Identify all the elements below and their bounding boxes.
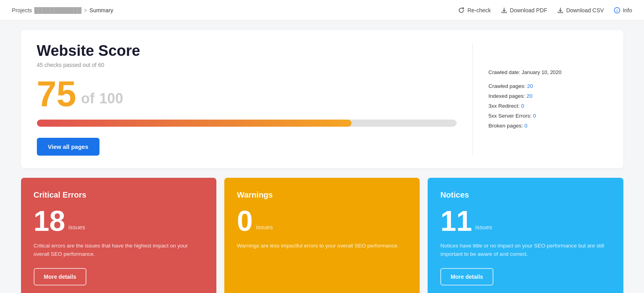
view-all-pages-button[interactable]: View all pages: [37, 138, 99, 156]
warnings-count-row: 0 issues: [237, 207, 407, 235]
score-value: 75: [37, 76, 76, 112]
svg-text:i: i: [616, 9, 617, 13]
crawl-date-value: January 10, 2020: [522, 69, 561, 75]
broken-pages-label: Broken pages:: [489, 123, 525, 129]
critical-errors-count: 18: [34, 207, 65, 235]
score-subtitle: 45 checks passed out of 60: [37, 62, 457, 68]
download-pdf-icon: [501, 7, 508, 14]
main-content: Website Score 45 checks passed out of 60…: [9, 21, 635, 293]
score-of-label: of: [81, 90, 95, 112]
notices-more-details-button[interactable]: More details: [440, 268, 493, 285]
notices-count: 11: [440, 207, 472, 235]
warnings-description: Warnings are less impactful errors to yo…: [237, 242, 407, 285]
indexed-pages-label: Indexed pages:: [489, 93, 527, 99]
warnings-card: Warnings 0 issues Warnings are less impa…: [224, 178, 420, 293]
crawled-pages-value: 20: [527, 83, 533, 89]
recheck-action[interactable]: Re-check: [458, 7, 491, 14]
notices-description: Notices have little or no impact on your…: [440, 242, 610, 259]
download-pdf-label: Download PDF: [510, 7, 547, 13]
score-number-area: 75 of 100: [37, 76, 457, 112]
download-csv-action[interactable]: Download CSV: [557, 7, 604, 14]
server-errors-label: 5xx Server Errors:: [489, 113, 533, 119]
breadcrumb: Projects ████████████ > Summary: [12, 7, 113, 13]
server-errors-stat: 5xx Server Errors: 0: [489, 113, 608, 119]
crawl-date: Crawled date: January 10, 2020: [489, 69, 608, 75]
critical-errors-title: Critical Errors: [34, 190, 204, 200]
critical-errors-card: Critical Errors 18 issues Critical error…: [21, 178, 216, 293]
warnings-count: 0: [237, 207, 253, 235]
progress-bar-container: [37, 120, 457, 127]
crawled-pages-label: Crawled pages:: [489, 83, 527, 89]
download-csv-label: Download CSV: [566, 7, 604, 13]
score-divider: [472, 43, 473, 156]
breadcrumb-separator: >: [84, 7, 87, 13]
download-pdf-action[interactable]: Download PDF: [501, 7, 547, 14]
recheck-icon: [458, 7, 465, 14]
critical-errors-count-label: issues: [69, 224, 86, 235]
notices-title: Notices: [440, 190, 610, 200]
score-title: Website Score: [37, 43, 457, 59]
recheck-label: Re-check: [467, 7, 491, 13]
download-csv-icon: [557, 7, 564, 14]
notices-count-row: 11 issues: [440, 207, 610, 235]
notices-card: Notices 11 issues Notices have little or…: [428, 178, 623, 293]
info-label: Info: [623, 7, 632, 13]
score-max: 100: [99, 90, 123, 112]
info-action[interactable]: i Info: [613, 7, 632, 14]
breadcrumb-domain: ████████████: [34, 7, 82, 13]
score-right: Crawled date: January 10, 2020 Crawled p…: [489, 43, 608, 156]
server-errors-value: 0: [533, 113, 536, 119]
notices-count-label: issues: [475, 224, 492, 235]
crawl-date-label: Crawled date:: [489, 69, 520, 75]
warnings-count-label: issues: [256, 224, 273, 235]
score-card: Website Score 45 checks passed out of 60…: [21, 30, 623, 168]
warnings-title: Warnings: [237, 190, 407, 200]
breadcrumb-projects[interactable]: Projects: [12, 7, 32, 13]
redirect-stat: 3xx Redirect: 0: [489, 103, 608, 109]
critical-errors-more-details-button[interactable]: More details: [34, 268, 87, 285]
header-actions: Re-check Download PDF Download CSV: [458, 7, 632, 14]
score-header: Website Score 45 checks passed out of 60: [37, 43, 457, 68]
cards-row: Critical Errors 18 issues Critical error…: [21, 178, 623, 293]
critical-errors-description: Critical errors are the issues that have…: [34, 242, 204, 259]
broken-pages-value: 0: [524, 123, 527, 129]
progress-bar-fill: [37, 120, 352, 127]
redirect-value: 0: [521, 103, 524, 109]
info-icon: i: [613, 7, 621, 14]
crawled-pages-stat: Crawled pages: 20: [489, 83, 608, 89]
score-left: Website Score 45 checks passed out of 60…: [37, 43, 457, 156]
critical-errors-count-row: 18 issues: [34, 207, 204, 235]
broken-pages-stat: Broken pages: 0: [489, 123, 608, 129]
indexed-pages-stat: Indexed pages: 20: [489, 93, 608, 99]
indexed-pages-value: 20: [527, 93, 533, 99]
header: Projects ████████████ > Summary Re-check…: [0, 0, 644, 21]
redirect-label: 3xx Redirect:: [489, 103, 522, 109]
breadcrumb-current: Summary: [90, 7, 113, 13]
